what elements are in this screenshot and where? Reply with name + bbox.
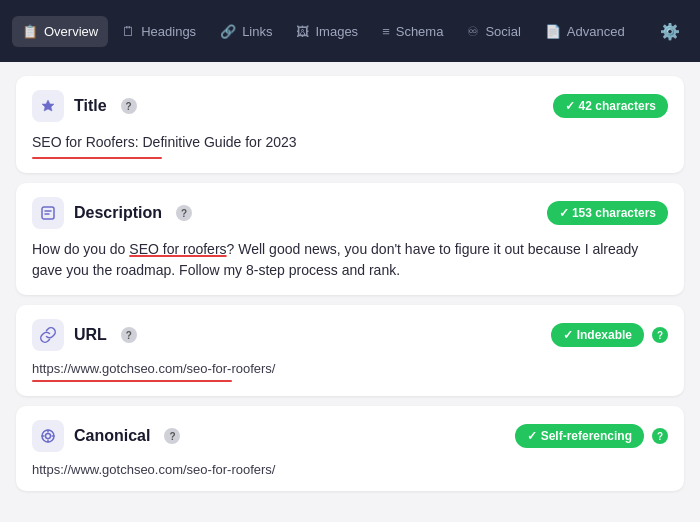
nav-item-headings[interactable]: 🗒 Headings [112,16,206,47]
url-card-label: URL [74,326,107,344]
canonical-card-header: Canonical ? ✓ Self-referencing ? [32,420,668,452]
canonical-card-label: Canonical [74,427,150,445]
url-badge: ✓ Indexable [551,323,644,347]
canonical-text: https://www.gotchseo.com/seo-for-roofers… [32,462,275,477]
url-underline [32,380,232,382]
nav-item-advanced[interactable]: 📄 Advanced [535,16,635,47]
title-help-icon[interactable]: ? [121,98,137,114]
description-card-icon [32,197,64,229]
nav-label-overview: Overview [44,24,98,39]
description-card-label: Description [74,204,162,222]
url-card-title-group: URL ? [32,319,137,351]
canonical-badge-group: ✓ Self-referencing ? [515,424,668,448]
title-badge: ✓ 42 characters [553,94,668,118]
nav-label-images: Images [315,24,358,39]
svg-rect-0 [42,207,54,219]
canonical-badge: ✓ Self-referencing [515,424,644,448]
nav-label-social: Social [485,24,520,39]
url-card: URL ? ✓ Indexable ? https://www.gotchseo… [16,305,684,396]
description-card-value: How do you do SEO for roofers? Well good… [32,239,668,281]
url-help-icon[interactable]: ? [121,327,137,343]
canonical-card-title-group: Canonical ? [32,420,180,452]
description-card-title-group: Description ? [32,197,192,229]
title-underline [32,157,162,159]
title-card-title-group: Title ? [32,90,137,122]
description-help-icon[interactable]: ? [176,205,192,221]
title-card-header: Title ? ✓ 42 characters [32,90,668,122]
images-icon: 🖼 [296,24,309,39]
description-badge: ✓ 153 characters [547,201,668,225]
url-card-header: URL ? ✓ Indexable ? [32,319,668,351]
description-text-link: SEO for roofers [129,241,226,257]
svg-point-2 [46,434,51,439]
url-badge-text: ✓ Indexable [563,328,632,342]
nav-label-advanced: Advanced [567,24,625,39]
title-card-value: SEO for Roofers: Definitive Guide for 20… [32,132,668,159]
canonical-card-value: https://www.gotchseo.com/seo-for-roofers… [32,462,668,477]
url-badge-help-icon[interactable]: ? [652,327,668,343]
canonical-card: Canonical ? ✓ Self-referencing ? https:/… [16,406,684,491]
nav-item-social[interactable]: ♾ Social [457,16,530,47]
social-icon: ♾ [467,24,479,39]
canonical-badge-text: ✓ Self-referencing [527,429,632,443]
description-card: Description ? ✓ 153 characters How do yo… [16,183,684,295]
title-badge-text: ✓ 42 characters [565,99,656,113]
nav-label-schema: Schema [396,24,444,39]
nav-item-overview[interactable]: 📋 Overview [12,16,108,47]
url-text: https://www.gotchseo.com/seo-for-roofers… [32,361,275,376]
url-badge-group: ✓ Indexable ? [551,323,668,347]
headings-icon: 🗒 [122,24,135,39]
canonical-help-icon[interactable]: ? [164,428,180,444]
nav-bar: 📋 Overview 🗒 Headings 🔗 Links 🖼 Images ≡… [0,0,700,62]
title-text: SEO for Roofers: Definitive Guide for 20… [32,134,297,150]
schema-icon: ≡ [382,24,390,39]
links-icon: 🔗 [220,24,236,39]
description-text-plain: How do you do [32,241,129,257]
nav-label-links: Links [242,24,272,39]
title-card-label: Title [74,97,107,115]
nav-item-schema[interactable]: ≡ Schema [372,16,453,47]
nav-item-images[interactable]: 🖼 Images [286,16,368,47]
nav-item-links[interactable]: 🔗 Links [210,16,282,47]
settings-button[interactable]: ⚙️ [652,14,688,49]
main-content: Title ? ✓ 42 characters SEO for Roofers:… [0,62,700,522]
canonical-badge-help-icon[interactable]: ? [652,428,668,444]
advanced-icon: 📄 [545,24,561,39]
description-card-header: Description ? ✓ 153 characters [32,197,668,229]
overview-icon: 📋 [22,24,38,39]
nav-label-headings: Headings [141,24,196,39]
canonical-card-icon [32,420,64,452]
title-card-icon [32,90,64,122]
title-card: Title ? ✓ 42 characters SEO for Roofers:… [16,76,684,173]
description-badge-text: ✓ 153 characters [559,206,656,220]
url-card-icon [32,319,64,351]
url-card-value: https://www.gotchseo.com/seo-for-roofers… [32,361,668,382]
